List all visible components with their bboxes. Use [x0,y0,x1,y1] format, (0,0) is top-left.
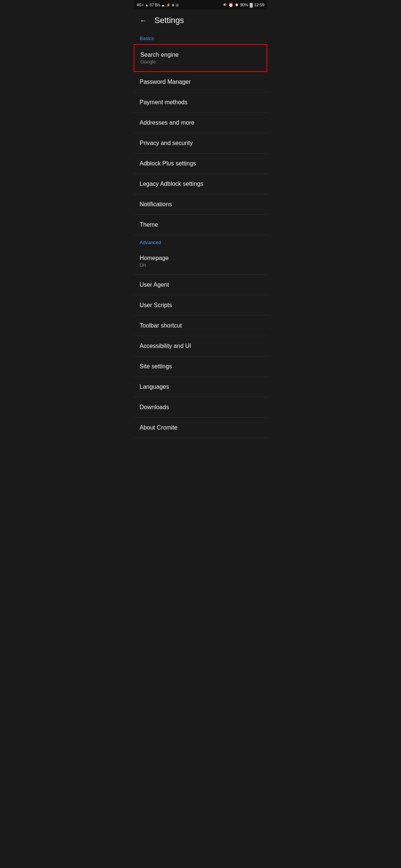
settings-item-subtitle: Google [140,59,261,65]
settings-item-title: User Agent [140,282,261,288]
data-speed: 67 B/s [150,3,160,7]
section-label-basics: Basics [134,31,267,44]
speed-icon: ⊕ [172,3,175,7]
settings-item-title: Toolbar shortcut [140,322,261,329]
settings-item-adblock-plus-settings[interactable]: Adblock Plus settings [134,154,267,174]
settings-item-legacy-adblock-settings[interactable]: Legacy Adblock settings [134,174,267,194]
settings-item-title: Adblock Plus settings [140,160,261,167]
settings-item-title: Addresses and more [140,119,261,126]
settings-item-title: Notifications [140,201,261,208]
status-bar: 4G+ ▲ 67 B/s ☁ ⚡ ⊕ ◎ 👁 ⏰ ✱ 90% ▓ 12:59 [134,0,267,10]
settings-item-downloads[interactable]: Downloads [134,397,267,418]
battery-icon: ▓ [250,3,252,7]
signal-icon: 4G+ [137,3,144,7]
settings-item-toolbar-shortcut[interactable]: Toolbar shortcut [134,316,267,336]
battery-percentage: 90% [240,3,248,7]
settings-item-about-cromite[interactable]: About Cromite [134,418,267,438]
settings-item-title: User Scripts [140,302,261,309]
app-header: ← Settings [134,10,267,31]
settings-item-homepage[interactable]: Homepage On [134,248,267,275]
settings-item-site-settings[interactable]: Site settings [134,356,267,377]
settings-item-title: Privacy and security [140,140,261,147]
settings-item-title: Legacy Adblock settings [140,181,261,187]
settings-item-notifications[interactable]: Notifications [134,194,267,215]
settings-item-password-manager[interactable]: Password Manager [134,72,267,92]
settings-item-accessibility-and-ui[interactable]: Accessibility and UI [134,336,267,356]
settings-item-title: Payment methods [140,99,261,106]
settings-item-user-agent[interactable]: User Agent [134,275,267,295]
lightning-icon: ⚡ [166,3,170,7]
settings-item-title: Homepage [140,255,261,262]
bluetooth-icon: ✱ [235,3,238,7]
clock: 12:59 [254,3,264,7]
settings-item-search-engine[interactable]: Search engine Google [134,44,267,72]
settings-item-title: Accessibility and UI [140,343,261,349]
wifi-icon: ▲ [145,3,149,7]
eye-icon: 👁 [223,3,227,7]
settings-item-title: Theme [140,221,261,228]
alarm-icon: ⏰ [228,3,234,7]
camera-icon: ◎ [176,3,179,7]
settings-item-languages[interactable]: Languages [134,377,267,397]
page-title: Settings [154,16,184,25]
settings-item-subtitle: On [140,262,261,268]
section-label-advanced: Advanced [134,235,267,248]
settings-item-title: Downloads [140,404,261,411]
settings-item-title: Languages [140,384,261,390]
status-left: 4G+ ▲ 67 B/s ☁ ⚡ ⊕ ◎ [137,3,179,7]
back-button[interactable]: ← [140,16,147,25]
settings-item-payment-methods[interactable]: Payment methods [134,92,267,113]
settings-item-title: Search engine [140,52,261,58]
settings-item-title: Password Manager [140,79,261,85]
cloud-icon: ☁ [161,3,165,7]
settings-item-title: About Cromite [140,424,261,431]
settings-item-user-scripts[interactable]: User Scripts [134,295,267,316]
status-right: 👁 ⏰ ✱ 90% ▓ 12:59 [223,3,264,7]
settings-item-addresses-and-more[interactable]: Addresses and more [134,113,267,133]
settings-item-privacy-and-security[interactable]: Privacy and security [134,133,267,154]
settings-item-title: Site settings [140,363,261,370]
settings-item-theme[interactable]: Theme [134,215,267,235]
